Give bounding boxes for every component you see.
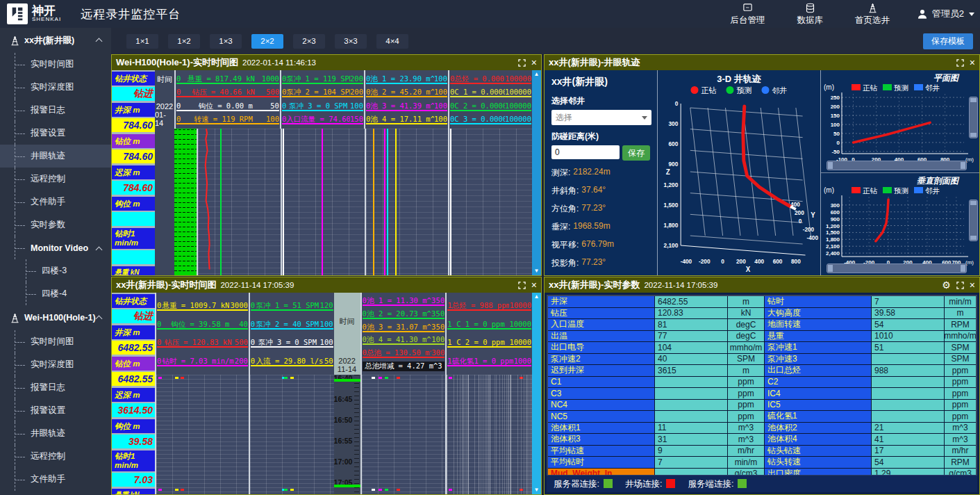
param-row-value: 988 xyxy=(872,365,944,376)
sidebar-item-四楼-3[interactable]: 四楼-3 xyxy=(0,259,111,282)
nav-item-3[interactable]: 首页选井 xyxy=(855,3,890,25)
data-dot xyxy=(449,489,452,491)
expand-icon[interactable] xyxy=(518,282,526,289)
legend-text: 总烃 = 0.0000 xyxy=(454,74,505,83)
well-name: Wei-H100(Hole-1) xyxy=(24,313,96,323)
vertical-scrollbar[interactable] xyxy=(969,97,978,138)
scroll-up-icon[interactable]: ▲ xyxy=(534,70,540,79)
sidebar-item-报警设置[interactable]: 报警设置 xyxy=(0,122,111,145)
derrick-icon xyxy=(10,35,20,47)
layout-button-1×3[interactable]: 1×3 xyxy=(210,34,242,49)
3d-chart-legend: 正钻预测邻井 xyxy=(691,86,788,96)
sidebar-item-报警设置[interactable]: 报警设置 xyxy=(0,399,111,422)
sidebar-well-node[interactable]: xx井(新井眼) xyxy=(0,28,111,53)
time-tick-label: 16:50 xyxy=(334,416,353,424)
sidebar-item-远程控制[interactable]: 远程控制 xyxy=(0,168,111,190)
svg-text:100: 100 xyxy=(831,122,840,128)
chart-row: 16:4016:4516:5016:5517:0017:05 xyxy=(155,375,532,494)
save-template-button[interactable]: 保存模板 xyxy=(923,33,973,49)
sidebar-item-实时时间图[interactable]: 实时时间图 xyxy=(0,330,111,353)
close-icon[interactable]: × xyxy=(531,58,537,67)
close-icon[interactable]: × xyxy=(531,280,537,290)
tree-item-label: 文件助手 xyxy=(31,473,65,485)
layout-button-2×3[interactable]: 2×3 xyxy=(293,34,325,49)
sidebar-item-monitor-video[interactable]: Monitor Video xyxy=(0,236,111,259)
legend-text: C_2 = 0.0000 xyxy=(454,102,505,110)
sidebar-item-远程控制[interactable]: 远程控制 xyxy=(0,445,111,468)
sidebar-item-文件助手[interactable]: 文件助手 xyxy=(0,190,111,213)
log-gridline xyxy=(524,375,524,494)
scroll-up-icon[interactable]: ▲ xyxy=(534,293,540,301)
vertical-scrollbar[interactable] xyxy=(969,200,978,241)
nav-item-1[interactable]: 后台管理 xyxy=(731,3,765,25)
param-row-value xyxy=(872,354,944,365)
save-distance-button[interactable]: 保存 xyxy=(622,145,650,161)
offset-well-select[interactable]: 选择 xyxy=(551,110,651,125)
layout-button-2×2[interactable]: 2×2 xyxy=(251,34,283,49)
close-icon[interactable]: × xyxy=(970,58,975,67)
param-row-label: 平均钻速 xyxy=(548,446,654,457)
sidebar-item-报警日志[interactable]: 报警日志 xyxy=(0,376,111,399)
expand-icon[interactable] xyxy=(956,59,964,67)
plan-view-chart: 平面图(m)正钻预测邻井250200150100500-50-100020040… xyxy=(821,70,979,172)
layout-button-4×4[interactable]: 4×4 xyxy=(376,34,408,49)
scroll-down-icon[interactable]: ▼ xyxy=(534,267,540,275)
horizontal-scrollbar[interactable] xyxy=(827,263,967,273)
tree-item-label: 远程控制 xyxy=(31,451,65,462)
data-dot xyxy=(372,377,375,379)
sidebar-item-井眼轨迹[interactable]: 井眼轨迹 xyxy=(0,145,111,168)
sidebar-item-四楼-4[interactable]: 四楼-4 xyxy=(0,282,111,305)
legend-max: 200 xyxy=(235,357,248,365)
shenkai-logo-icon xyxy=(7,3,28,24)
parameter-column: 钻井状态钻进井深 m6482.55钻位 m6482.55迟深 m3614.50钩… xyxy=(112,293,155,494)
tree-item-label: 井眼轨迹 xyxy=(31,150,65,162)
legend-entry: 0池_3 = 31.07 m^350 xyxy=(363,323,445,332)
expand-icon[interactable] xyxy=(956,282,964,289)
curve-line xyxy=(322,129,323,275)
anticollision-distance-input[interactable]: 0 xyxy=(551,145,620,159)
vertical-scrollbar[interactable]: ▲▼ xyxy=(532,70,541,275)
sidebar-item-实时深度图[interactable]: 实时深度图 xyxy=(0,353,111,376)
param-row-label: 出口总烃 xyxy=(765,365,871,376)
sidebar-item-实时深度图[interactable]: 实时深度图 xyxy=(0,76,111,99)
expand-icon[interactable] xyxy=(518,59,526,67)
legend-text: 泵冲_2 = 40 SPM xyxy=(255,320,319,328)
close-icon[interactable]: × xyxy=(970,280,975,290)
legend-entry: 1C_2 = 0 ppm10000 xyxy=(447,338,531,348)
layout-button-1×2[interactable]: 1×2 xyxy=(168,34,200,49)
legend-text: 钩位 = 39.58 m xyxy=(161,320,239,328)
nav-item-2[interactable]: 数据库 xyxy=(797,3,824,25)
scroll-down-icon[interactable]: ▼ xyxy=(534,486,540,494)
param-row-unit: degC xyxy=(728,331,764,342)
vertical-scrollbar[interactable]: ▲▼ xyxy=(532,293,541,494)
legend-text: 总烃 = 988 ppm xyxy=(452,301,510,309)
legend-dot-icon xyxy=(691,86,699,94)
sidebar-item-实时参数[interactable]: 实时参数 xyxy=(0,213,111,236)
legend-max: 100000 xyxy=(505,102,531,110)
layout-button-1×1[interactable]: 1×1 xyxy=(126,34,158,49)
legend-text: 钻时 = 7.03 min/m xyxy=(161,357,235,365)
user-menu[interactable]: 管理员2 xyxy=(916,0,974,28)
legend-text: 转速 = 119 RPM xyxy=(181,115,266,123)
sidebar-item-实时时间图[interactable]: 实时时间图 xyxy=(0,53,111,76)
data-dot xyxy=(175,377,178,379)
legend-text: C_1 = 0.0000 xyxy=(454,88,505,96)
legend-text: 钩位 = 0.00 m xyxy=(181,102,270,110)
param-block: 悬重 kN xyxy=(112,489,155,494)
sidebar-item-报警日志[interactable]: 报警日志 xyxy=(0,99,111,122)
curve-line xyxy=(387,129,388,275)
horizontal-scrollbar[interactable] xyxy=(827,161,967,170)
sidebar-item-井眼轨迹[interactable]: 井眼轨迹 xyxy=(0,422,111,445)
gear-icon[interactable]: ⚙ xyxy=(942,280,951,290)
sidebar-item-文件助手[interactable]: 文件助手 xyxy=(0,468,111,491)
svg-text:2,400: 2,400 xyxy=(826,250,840,257)
svg-text:50: 50 xyxy=(833,131,840,137)
time-column-date: 2022 xyxy=(156,102,173,111)
data-dot xyxy=(158,377,162,379)
param-row-unit: ppm xyxy=(945,400,976,411)
param-row-label: 泵冲速1 xyxy=(765,342,871,353)
layout-button-3×3[interactable]: 3×3 xyxy=(335,34,367,49)
sidebar-well-node[interactable]: Wei-H100(Hole-1) xyxy=(0,305,111,330)
legend-entry: 0泵冲_3 = 0 SPM100 xyxy=(282,102,363,111)
param-row-value xyxy=(872,377,944,388)
